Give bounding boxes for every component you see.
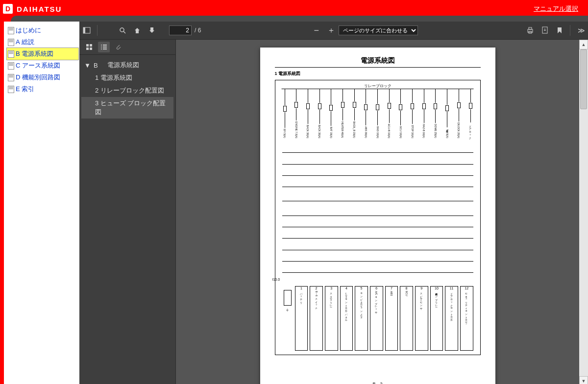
print-button[interactable] <box>523 23 538 38</box>
battery-terminal: ⏚ <box>282 287 293 351</box>
scroll-thumb[interactable] <box>580 49 587 109</box>
zoom-in-button[interactable]: ＋ <box>324 23 339 38</box>
fuse: BACK 30(A) <box>305 89 311 138</box>
fuse: BAT 15(A) <box>328 89 334 138</box>
document-icon <box>8 86 14 93</box>
terminal-block: 8ECU <box>400 286 413 351</box>
outline-root-b[interactable]: ▼ B 電源系統図 <box>81 59 173 72</box>
fuse: ABS 30(A) <box>363 89 368 138</box>
nav-label: B 電源系統図 <box>16 49 53 58</box>
nav-item-d[interactable]: D 機能別回路図 <box>7 72 78 83</box>
svg-rect-10 <box>86 48 89 50</box>
manual-select-link[interactable]: マニュアル選択 <box>534 4 578 13</box>
zoom-select[interactable]: ページのサイズに合わせる <box>339 25 418 35</box>
terminal-block: 5コンビネーションメータ <box>355 286 368 351</box>
svg-line-3 <box>123 31 125 33</box>
fuse: ECU 10(A) <box>398 89 403 138</box>
nav-item-e[interactable]: E 索引 <box>7 83 78 95</box>
outline-item-3[interactable]: 3 ヒューズ ブロック配置図 <box>81 97 173 119</box>
fuse: DOME 25(A) <box>433 89 438 138</box>
svg-point-16 <box>101 48 102 49</box>
svg-rect-1 <box>83 27 85 33</box>
page-number-input[interactable] <box>169 25 192 35</box>
search-button[interactable] <box>115 23 130 38</box>
brand-logo-icon: D <box>3 4 13 14</box>
nav-item-intro[interactable]: はじめに <box>7 24 78 36</box>
next-page-button[interactable] <box>145 23 159 38</box>
brand-name: DAIHATSU <box>17 5 62 13</box>
wiring-diagram: リレーブロック EFI 5(A)ENGINE 7.5(A)BACK 30(A)B… <box>275 80 481 355</box>
terminal-block: 11ドアロックコントロール <box>445 286 458 351</box>
terminal-block: 10燃料ポンプリレー <box>430 286 443 351</box>
nav-label: D 機能別回路図 <box>16 73 60 82</box>
tools-button[interactable]: ≫ <box>573 23 588 38</box>
nav-label: A 総説 <box>16 38 34 47</box>
fuse: HEATER 40(A) <box>340 89 345 138</box>
outline-root-label: 電源系統図 <box>107 61 139 70</box>
fuse: HAZ-B 10(A) <box>421 89 427 138</box>
terminal-block: 6A/Cコンプレッサ <box>370 286 383 351</box>
pdf-toolbar: / 6 − ＋ ページのサイズに合わせる ≫ <box>79 22 588 40</box>
svg-rect-9 <box>90 44 92 47</box>
section-heading: 1 電源系統図 <box>275 71 481 77</box>
relay-block-label: リレーブロック <box>281 83 474 89</box>
toggle-sidebar-button[interactable] <box>79 23 94 38</box>
nav-item-a[interactable]: A 総説 <box>7 36 78 48</box>
terminal-block: 7ABS <box>385 286 398 351</box>
outline-item-1[interactable]: 1 電源系統図 <box>81 72 173 84</box>
svg-point-12 <box>101 45 102 46</box>
nav-item-c[interactable]: C アース系統図 <box>7 60 78 72</box>
page-total-label: / 6 <box>195 27 201 34</box>
document-page: 電源系統図 1 電源系統図 リレーブロック EFI 5(A)ENGINE 7.5… <box>260 48 495 384</box>
header-bar: D DAIHATSU マニュアル選択 <box>0 0 588 16</box>
zoom-out-button[interactable]: − <box>309 23 324 38</box>
fuse: 信号 No. 5(A) <box>444 89 450 138</box>
scroll-up-button[interactable]: ▲ <box>579 40 588 49</box>
scroll-down-button[interactable]: ▼ <box>579 376 588 384</box>
pdf-viewer: / 6 − ＋ ページのサイズに合わせる ≫ ▼ <box>79 22 588 384</box>
terminal-block: 12セキュリティコントローラ <box>460 286 473 351</box>
svg-rect-8 <box>86 44 89 47</box>
header-curve <box>0 16 588 22</box>
outline-tab[interactable] <box>98 42 110 52</box>
svg-rect-11 <box>90 48 92 50</box>
scroll-track[interactable] <box>579 49 588 376</box>
fuse: ENGINE 7.5(A) <box>294 89 299 138</box>
outline-item-2[interactable]: 2 リレーブロック配置図 <box>81 84 173 97</box>
outline-panel: ▼ B 電源系統図 1 電源系統図 2 リレーブロック配置図 3 ヒューズ ブロ… <box>79 40 176 384</box>
bookmark-button[interactable] <box>552 23 567 38</box>
attachments-tab[interactable] <box>113 42 124 52</box>
fuse: ECU-B 10(A) <box>387 89 392 138</box>
fuse: STOP 10(A) <box>410 89 415 138</box>
fuse: ドアロック <box>468 89 473 138</box>
fuse: D/LOCK 20(A) <box>456 89 462 138</box>
outline-code: B <box>94 62 98 69</box>
vertical-scrollbar[interactable]: ▲ ▼ <box>579 40 588 384</box>
chevron-down-icon: ▼ <box>84 62 91 69</box>
svg-rect-17 <box>103 48 107 49</box>
terminal-block: 2B－6スイッチ <box>310 286 323 351</box>
fuse: RAD 10(A) <box>375 89 380 138</box>
page-canvas[interactable]: 電源系統図 1 電源系統図 リレーブロック EFI 5(A)ENGINE 7.5… <box>176 40 579 384</box>
nav-label: C アース系統図 <box>16 61 60 70</box>
terminal-block: 9スピードセンサ <box>415 286 428 351</box>
fuse: BACK_R 15(A) <box>352 89 357 138</box>
svg-point-2 <box>120 28 124 32</box>
thumbnails-tab[interactable] <box>83 42 95 52</box>
download-button[interactable] <box>538 23 552 38</box>
left-nav: はじめに A 総説 B 電源系統図 C アース系統図 D 機能別回路図 E 索引 <box>0 22 79 384</box>
nav-item-b[interactable]: B 電源系統図 <box>7 48 78 60</box>
svg-point-14 <box>101 47 102 48</box>
svg-rect-15 <box>103 47 107 48</box>
document-icon <box>8 62 14 70</box>
page-footer: B－2 <box>260 381 495 384</box>
fuse: EFI 5(A) <box>282 89 288 138</box>
prev-page-button[interactable] <box>130 23 145 38</box>
terminal-block: 3スタータリレー <box>325 286 338 351</box>
document-icon <box>8 39 14 46</box>
battery-node-label: I13.0 <box>272 278 280 281</box>
nav-label: はじめに <box>16 26 41 35</box>
brand: D DAIHATSU <box>0 4 62 14</box>
page-title: 電源系統図 <box>275 56 481 68</box>
fuse: BACK 30(A) <box>317 89 322 138</box>
